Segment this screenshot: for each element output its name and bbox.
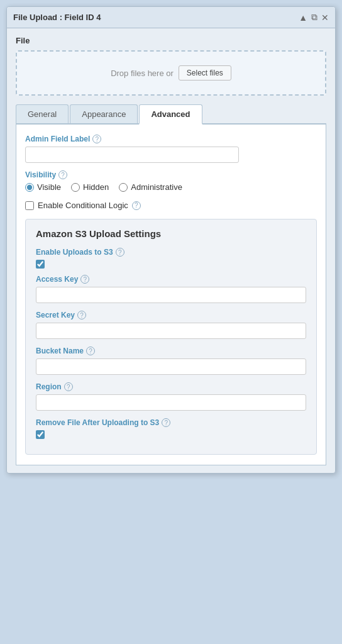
tab-bar: General Appearance Advanced <box>16 104 326 125</box>
access-key-help-icon[interactable]: ? <box>80 275 89 284</box>
secret-key-input[interactable] <box>36 323 306 339</box>
remove-file-label: Remove File After Uploading to S3 ? <box>36 418 306 427</box>
region-help-icon[interactable]: ? <box>64 382 73 391</box>
conditional-logic-row: Enable Conditional Logic ? <box>25 201 317 210</box>
bucket-name-help-icon[interactable]: ? <box>86 347 95 355</box>
bucket-name-label: Bucket Name ? <box>36 347 306 355</box>
bucket-name-input[interactable] <box>36 358 306 375</box>
window-body: File Drop files here or Select files Gen… <box>7 28 335 473</box>
admin-field-label-input[interactable] <box>25 147 239 163</box>
s3-section: Amazon S3 Upload Settings Enable Uploads… <box>25 219 317 455</box>
close-icon[interactable]: ✕ <box>321 13 329 23</box>
access-key-label: Access Key ? <box>36 275 306 284</box>
enable-uploads-checkbox[interactable] <box>36 260 45 269</box>
window-title: File Upload : Field ID 4 <box>13 13 101 22</box>
conditional-logic-checkbox[interactable] <box>25 201 34 210</box>
admin-field-label-label: Admin Field Label ? <box>25 135 317 143</box>
visibility-administrative-radio[interactable] <box>119 183 128 192</box>
visibility-visible-radio[interactable] <box>25 183 34 192</box>
s3-section-title: Amazon S3 Upload Settings <box>36 228 306 239</box>
enable-uploads-help-icon[interactable]: ? <box>116 248 124 257</box>
drop-zone-text: Drop files here or <box>111 69 174 78</box>
visibility-label: Visibility ? <box>25 170 317 179</box>
tab-general[interactable]: General <box>16 104 69 123</box>
drop-zone[interactable]: Drop files here or Select files <box>16 50 326 96</box>
file-section-label: File <box>16 36 326 45</box>
visibility-hidden-option[interactable]: Hidden <box>71 182 109 192</box>
tab-content-advanced: Admin Field Label ? Visibility ? Visible <box>16 125 326 465</box>
visibility-help-icon[interactable]: ? <box>58 170 67 179</box>
window-controls: ▲ ⧉ ✕ <box>299 12 329 23</box>
tab-advanced[interactable]: Advanced <box>139 104 202 125</box>
minimize-icon[interactable]: ▲ <box>299 13 307 23</box>
remove-file-checkbox[interactable] <box>36 430 45 439</box>
remove-file-help-icon[interactable]: ? <box>162 418 170 427</box>
visibility-administrative-option[interactable]: Administrative <box>119 182 182 192</box>
visibility-visible-option[interactable]: Visible <box>25 182 61 192</box>
visibility-section: Visibility ? Visible Hidden Administrati… <box>25 170 317 192</box>
enable-uploads-row <box>36 260 306 269</box>
tab-appearance[interactable]: Appearance <box>70 104 138 123</box>
title-bar: File Upload : Field ID 4 ▲ ⧉ ✕ <box>7 7 335 28</box>
remove-file-row <box>36 430 306 439</box>
region-input[interactable] <box>36 394 306 411</box>
access-key-input[interactable] <box>36 287 306 303</box>
secret-key-label: Secret Key ? <box>36 311 306 319</box>
conditional-logic-help-icon[interactable]: ? <box>132 201 141 210</box>
dialog-window: File Upload : Field ID 4 ▲ ⧉ ✕ File Drop… <box>6 6 336 474</box>
visibility-radio-group: Visible Hidden Administrative <box>25 182 317 192</box>
visibility-hidden-radio[interactable] <box>71 183 80 192</box>
admin-field-label-help-icon[interactable]: ? <box>92 135 101 143</box>
secret-key-help-icon[interactable]: ? <box>77 311 86 319</box>
restore-icon[interactable]: ⧉ <box>311 12 317 23</box>
enable-uploads-label: Enable Uploads to S3 ? <box>36 248 306 257</box>
select-files-button[interactable]: Select files <box>179 65 231 80</box>
region-label: Region ? <box>36 382 306 391</box>
